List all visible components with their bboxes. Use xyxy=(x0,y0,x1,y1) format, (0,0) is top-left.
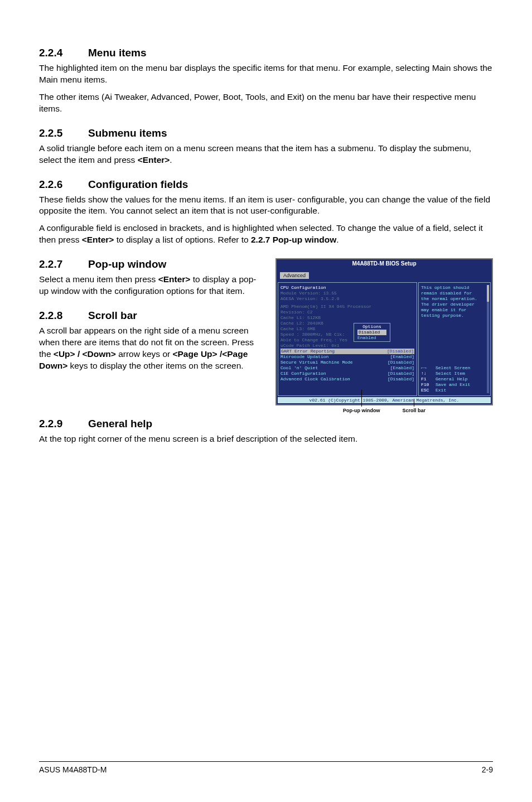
field-value: [Disabled] xyxy=(388,376,414,382)
key-up-down: <Up> / <Down> xyxy=(54,349,116,359)
nav-key: F10 xyxy=(421,382,436,388)
info-agesa-version: AGESA Version: 3.5.2.0 xyxy=(280,296,414,302)
xref-popup-window: 2.2.7 Pop-up window xyxy=(251,235,336,244)
info-speed: Speed : 3000MHz, NB Clk: xyxy=(280,332,414,337)
paragraph: A configurable field is enclosed in brac… xyxy=(39,223,493,246)
paragraph: These fields show the values for the men… xyxy=(39,194,493,218)
text-run: . xyxy=(170,155,172,165)
text-run: arrow keys or xyxy=(116,349,173,359)
bios-screenshot: M4A88TD-M BIOS Setup Advanced CPU Config… xyxy=(275,258,493,413)
nav-key: F1 xyxy=(421,376,436,382)
help-line: remain disabled for xyxy=(421,291,488,296)
page-footer: ASUS M4A88TD-M 2-9 xyxy=(39,761,493,774)
nav-desc: Exit xyxy=(436,388,446,393)
field-cool-n-quiet[interactable]: Cool 'n' Quiet[Enabled] xyxy=(280,365,414,371)
text-run: Select a menu item then press xyxy=(39,274,158,284)
section-2-2-7: 2.2.7Pop-up window Select a menu item th… xyxy=(39,258,265,297)
nav-key-legend: ←→Select Screen ↑↓Select Item F1General … xyxy=(421,365,488,393)
nav-select-screen: ←→Select Screen xyxy=(421,365,488,371)
heading-text: Scroll bar xyxy=(88,310,137,321)
spacer xyxy=(280,382,414,393)
section-2-2-5: 2.2.5Submenu items A solid triangle befo… xyxy=(39,127,493,166)
heading-submenu-items: 2.2.5Submenu items xyxy=(39,127,493,139)
info-ucode: uCode Patch Level: 0x1 xyxy=(280,343,414,349)
field-value: [Enabled] xyxy=(390,365,414,371)
field-label: C1E Configuration xyxy=(280,371,326,376)
heading-text: Pop-up window xyxy=(88,258,166,270)
bios-screenshot-column: M4A88TD-M BIOS Setup Advanced CPU Config… xyxy=(275,258,493,413)
nav-desc: General Help xyxy=(436,376,468,382)
key-enter: <Enter> xyxy=(158,274,191,284)
section-2-2-4: 2.2.4Menu items The highlighted item on … xyxy=(39,47,493,115)
field-value: [Enabled] xyxy=(390,354,414,360)
bios-main-panel: CPU Configuration Module Version: 13.55 … xyxy=(278,282,417,396)
heading-text: Menu items xyxy=(88,47,147,59)
arrows-ud-icon: ↑↓ xyxy=(421,371,436,376)
info-change-freq: Able to Change Freq.: Yes xyxy=(280,337,414,343)
section-2-2-8: 2.2.8Scroll bar A scroll bar appears on … xyxy=(39,310,265,372)
info-cache-l3: Cache L3: 6MB xyxy=(280,326,414,332)
field-label: Advanced Clock Calibration xyxy=(280,376,350,382)
field-value: [Disabled] xyxy=(387,349,414,354)
callout-line xyxy=(361,390,362,407)
heading-text: Submenu items xyxy=(88,127,167,139)
heading-number: 2.2.5 xyxy=(39,127,88,139)
text-run: keys to display the other items on the s… xyxy=(67,361,243,370)
footer-model: ASUS M4A88TD-M xyxy=(39,765,107,774)
field-clock-calibration[interactable]: Advanced Clock Calibration[Disabled] xyxy=(280,376,414,382)
key-enter: <Enter> xyxy=(138,155,170,165)
popup-option-enabled[interactable]: Enabled xyxy=(357,335,386,341)
field-microcode[interactable]: Microcode Updation[Enabled] xyxy=(280,354,414,360)
arrows-lr-icon: ←→ xyxy=(421,365,436,371)
heading-number: 2.2.9 xyxy=(39,418,88,430)
paragraph: A scroll bar appears on the right side o… xyxy=(39,325,265,372)
heading-number: 2.2.4 xyxy=(39,47,88,59)
bios-body: CPU Configuration Module Version: 13.55 … xyxy=(277,281,492,397)
options-popup: Options Disabled Enabled xyxy=(354,323,390,342)
callout-label: Pop-up window xyxy=(343,408,380,413)
bios-title: M4A88TD-M BIOS Setup xyxy=(277,259,492,268)
popup-title: Options xyxy=(357,324,386,330)
field-svm[interactable]: Secure Virtual Machine Mode[Disabled] xyxy=(280,360,414,365)
nav-exit: ESCExit xyxy=(421,388,488,393)
bios-window: M4A88TD-M BIOS Setup Advanced CPU Config… xyxy=(275,258,493,405)
two-column-row: 2.2.7Pop-up window Select a menu item th… xyxy=(39,258,493,413)
heading-popup-window: 2.2.7Pop-up window xyxy=(39,258,265,270)
heading-text: Configuration fields xyxy=(88,178,188,190)
callout-scrollbar: Scroll bar xyxy=(402,408,425,413)
popup-option-disabled[interactable]: Disabled xyxy=(357,330,386,335)
nav-save-exit: F10Save and Exit xyxy=(421,382,488,388)
cpu-config-header: CPU Configuration xyxy=(280,285,414,291)
paragraph: The other items (Ai Tweaker, Advanced, P… xyxy=(39,91,493,115)
screenshot-callouts: Pop-up window Scroll bar xyxy=(275,408,493,413)
text-run: A solid triangle before each item on a m… xyxy=(39,143,471,165)
footer-page-number: 2-9 xyxy=(482,765,493,774)
field-value: [Disabled] xyxy=(388,371,414,376)
text-run: . xyxy=(336,235,338,244)
help-line: The driver developer xyxy=(421,302,488,307)
tab-advanced[interactable]: Advanced xyxy=(280,272,309,279)
bios-menu-bar: Advanced xyxy=(277,268,492,281)
info-cache-l1: Cache L1: 512KB xyxy=(280,315,414,321)
field-label: GART Error Reporting xyxy=(281,349,335,354)
help-line: testing purpose. xyxy=(421,313,488,318)
heading-number: 2.2.6 xyxy=(39,178,88,191)
field-c1e[interactable]: C1E Configuration[Disabled] xyxy=(280,371,414,376)
bios-copyright: v02.61 (C)Copyright 1985-2009, American … xyxy=(278,397,491,403)
paragraph: The highlighted item on the menu bar dis… xyxy=(39,62,493,86)
nav-select-item: ↑↓Select Item xyxy=(421,371,488,376)
heading-scroll-bar: 2.2.8Scroll bar xyxy=(39,310,265,322)
section-2-2-9: 2.2.9General help At the top right corne… xyxy=(39,418,493,445)
nav-desc: Save and Exit xyxy=(436,382,470,388)
heading-general-help: 2.2.9General help xyxy=(39,418,493,430)
left-text-column: 2.2.7Pop-up window Select a menu item th… xyxy=(39,258,265,413)
scroll-thumb[interactable] xyxy=(487,285,489,302)
field-label: Cool 'n' Quiet xyxy=(280,365,318,371)
heading-number: 2.2.7 xyxy=(39,258,88,270)
help-line: the normal operation. xyxy=(421,296,488,302)
paragraph: At the top right corner of the menu scre… xyxy=(39,433,493,445)
info-cache-l2: Cache L2: 2048KB xyxy=(280,321,414,326)
callout-line xyxy=(414,399,414,407)
help-line: may enable it for xyxy=(421,307,488,313)
field-gart-error[interactable]: GART Error Reporting [Disabled] xyxy=(280,349,414,354)
